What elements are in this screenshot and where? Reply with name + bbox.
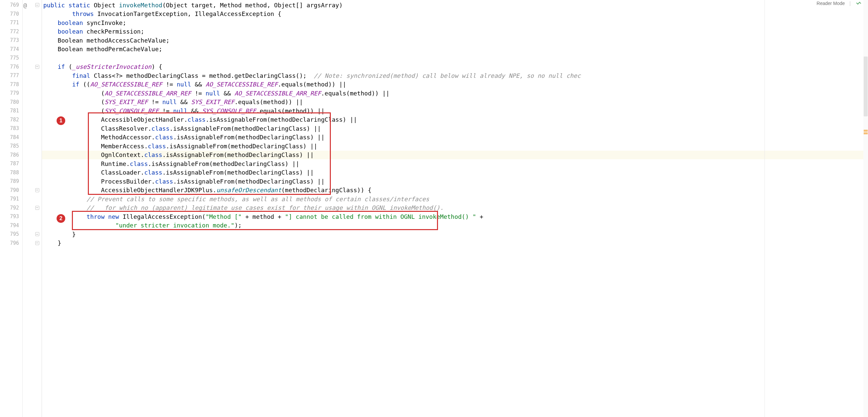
fold-toggle-icon[interactable] (35, 3, 39, 7)
line-number[interactable]: 793 (0, 212, 22, 221)
code-line[interactable]: (SYS_CONSOLE_REF != null && SYS_CONSOLE_… (42, 106, 868, 115)
inspection-ok-icon[interactable] (855, 0, 862, 7)
code-line[interactable]: OgnlContext.class.isAssignableFrom(metho… (42, 151, 868, 160)
fold-cell[interactable] (33, 124, 41, 133)
line-number[interactable]: 788 (0, 168, 22, 177)
line-number[interactable]: 774 (0, 45, 22, 54)
code-line[interactable]: Boolean methodPermCacheValue; (42, 45, 868, 54)
fold-toggle-icon[interactable] (35, 206, 39, 210)
fold-toggle-icon[interactable] (35, 241, 39, 245)
fold-cell[interactable] (33, 221, 41, 230)
code-line[interactable]: throws InvocationTargetException, Illega… (42, 10, 868, 19)
fold-cell[interactable] (33, 71, 41, 80)
fold-cell[interactable] (33, 133, 41, 142)
line-number[interactable]: 781 (0, 106, 22, 115)
fold-cell[interactable] (33, 80, 41, 89)
fold-cell[interactable] (33, 177, 41, 186)
fold-column[interactable] (33, 0, 42, 417)
code-line[interactable]: boolean checkPermission; (42, 27, 868, 36)
line-number[interactable]: 780 (0, 98, 22, 107)
code-line[interactable]: } (42, 239, 868, 248)
code-line[interactable]: AccessibleObjectHandlerJDK9Plus.unsafeOr… (42, 186, 868, 195)
code-line[interactable]: throw new IllegalAccessException("Method… (42, 212, 868, 221)
code-editor[interactable]: public static Object invokeMethod(Object… (42, 0, 868, 417)
line-number[interactable]: 794 (0, 221, 22, 230)
line-number[interactable]: 770 (0, 10, 22, 19)
warning-mark[interactable] (864, 130, 868, 132)
vcs-cell (23, 204, 33, 212)
line-number[interactable]: 776 (0, 63, 22, 71)
fold-cell[interactable] (33, 115, 41, 125)
code-line[interactable]: AccessibleObjectHandler.class.isAssignab… (42, 115, 868, 125)
code-line[interactable]: boolean syncInvoke; (42, 18, 868, 27)
fold-cell[interactable] (33, 106, 41, 115)
fold-cell[interactable] (33, 151, 41, 160)
code-line[interactable]: if ((AO_SETACCESSIBLE_REF != null && AO_… (42, 80, 868, 89)
line-number[interactable]: 771 (0, 18, 22, 27)
line-number[interactable]: 777 (0, 71, 22, 80)
code-line[interactable]: // Prevent calls to some specific method… (42, 195, 868, 204)
scrollbar-thumb[interactable] (864, 57, 868, 116)
code-line[interactable]: } (42, 230, 868, 239)
line-number[interactable]: 785 (0, 142, 22, 151)
fold-cell[interactable] (33, 54, 41, 63)
code-line[interactable] (42, 54, 868, 63)
fold-cell[interactable] (33, 195, 41, 204)
fold-cell[interactable] (33, 212, 41, 221)
line-number[interactable]: 775 (0, 54, 22, 63)
code-line[interactable]: if (_useStricterInvocation) { (42, 63, 868, 71)
fold-toggle-icon[interactable] (35, 188, 39, 192)
code-line[interactable]: ClassLoader.class.isAssignableFrom(metho… (42, 168, 868, 177)
line-number[interactable]: 783 (0, 124, 22, 133)
fold-cell[interactable] (33, 63, 41, 71)
code-line[interactable]: public static Object invokeMethod(Object… (42, 1, 868, 10)
line-number[interactable]: 782 (0, 115, 22, 125)
line-number[interactable]: 795 (0, 230, 22, 239)
fold-cell[interactable] (33, 18, 41, 27)
line-number[interactable]: 791 (0, 195, 22, 204)
fold-cell[interactable] (33, 204, 41, 212)
line-number[interactable]: 789 (0, 177, 22, 186)
fold-cell[interactable] (33, 89, 41, 98)
line-number[interactable]: 778 (0, 80, 22, 89)
line-number[interactable]: 787 (0, 159, 22, 168)
fold-cell[interactable] (33, 142, 41, 151)
line-number[interactable]: 784 (0, 133, 22, 142)
fold-cell[interactable] (33, 159, 41, 168)
line-number-gutter[interactable]: 7697707717727737747757767777787797807817… (0, 0, 23, 417)
code-line[interactable]: MethodAccessor.class.isAssignableFrom(me… (42, 133, 868, 142)
fold-cell[interactable] (33, 10, 41, 19)
fold-cell[interactable] (33, 168, 41, 177)
line-number[interactable]: 792 (0, 204, 22, 212)
code-line[interactable]: Boolean methodAccessCacheValue; (42, 36, 868, 45)
fold-toggle-icon[interactable] (35, 232, 39, 236)
code-line[interactable]: ProcessBuilder.class.isAssignableFrom(me… (42, 177, 868, 186)
fold-cell[interactable] (33, 239, 41, 248)
line-number[interactable]: 779 (0, 89, 22, 98)
fold-cell[interactable] (33, 45, 41, 54)
code-line[interactable]: final Class<?> methodDeclaringClass = me… (42, 71, 868, 80)
fold-toggle-icon[interactable] (35, 65, 39, 69)
code-line[interactable]: (AO_SETACCESSIBLE_ARR_REF != null && AO_… (42, 89, 868, 98)
fold-cell[interactable] (33, 230, 41, 239)
line-number[interactable]: 786 (0, 151, 22, 160)
code-line[interactable]: MemberAccess.class.isAssignableFrom(meth… (42, 142, 868, 151)
line-number[interactable]: 796 (0, 239, 22, 248)
code-line[interactable]: (SYS_EXIT_REF != null && SYS_EXIT_REF.eq… (42, 98, 868, 107)
line-number[interactable]: 790 (0, 186, 22, 195)
error-stripe[interactable] (863, 0, 868, 417)
fold-cell[interactable] (33, 27, 41, 36)
reader-mode-link[interactable]: Reader Mode (817, 1, 845, 6)
line-number[interactable]: 769 (0, 1, 22, 10)
warning-mark[interactable] (864, 132, 868, 134)
fold-cell[interactable] (33, 186, 41, 195)
code-line[interactable]: ClassResolver.class.isAssignableFrom(met… (42, 124, 868, 133)
code-line[interactable]: "under stricter invocation mode."); (42, 221, 868, 230)
line-number[interactable]: 772 (0, 27, 22, 36)
fold-cell[interactable] (33, 1, 41, 10)
fold-cell[interactable] (33, 98, 41, 107)
line-number[interactable]: 773 (0, 36, 22, 45)
code-line[interactable]: // for which no (apparent) legitimate us… (42, 204, 868, 212)
fold-cell[interactable] (33, 36, 41, 45)
code-line[interactable]: Runtime.class.isAssignableFrom(methodDec… (42, 159, 868, 168)
